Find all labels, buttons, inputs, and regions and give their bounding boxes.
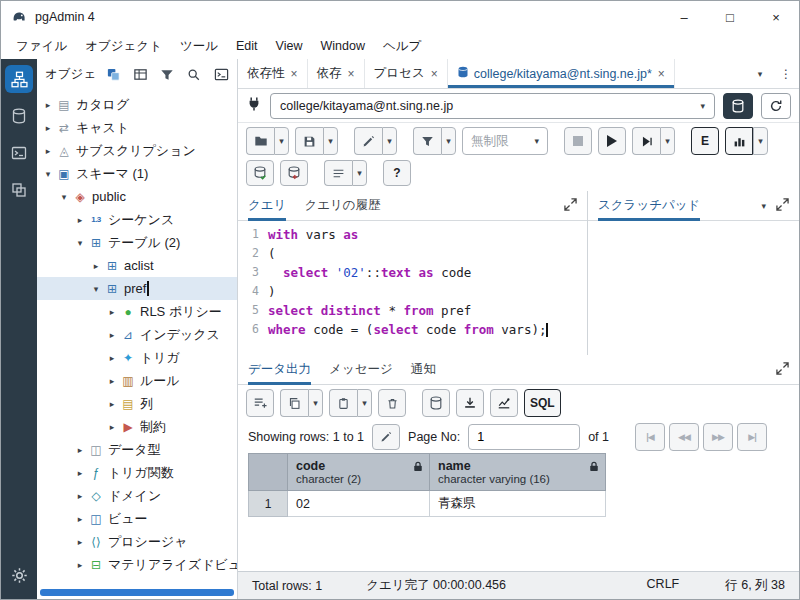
column-header[interactable]: namecharacter varying (16) <box>430 453 606 491</box>
tree-item[interactable]: ▸✦トリガ <box>37 346 237 369</box>
execute-options-menu-button[interactable]: ▾ <box>660 127 675 155</box>
explain-button[interactable]: E <box>691 127 719 155</box>
tree-expand-icon[interactable]: ▸ <box>105 330 119 340</box>
tree-expand-icon[interactable]: ▸ <box>105 376 119 386</box>
last-page-icon[interactable]: ▶| <box>737 423 767 451</box>
paste-menu-button[interactable]: ▾ <box>357 389 372 417</box>
tree-item[interactable]: ▸▶制約 <box>37 415 237 438</box>
tree-item[interactable]: ▸⊞aclist <box>37 254 237 277</box>
help-button[interactable]: ? <box>383 160 411 186</box>
filter-menu-button[interactable]: ▾ <box>441 127 456 155</box>
expand-panel-icon[interactable] <box>564 198 577 214</box>
edit-menu-button[interactable] <box>354 127 382 155</box>
paste-button[interactable] <box>329 389 357 417</box>
tree-item[interactable]: ▾⊞pref <box>37 277 237 300</box>
tree-expand-icon[interactable]: ▸ <box>105 399 119 409</box>
tree-item[interactable]: ▸◇ドメイン <box>37 484 237 507</box>
delete-row-button[interactable] <box>378 389 406 417</box>
sql-button[interactable]: SQL <box>524 389 561 417</box>
copy-button[interactable] <box>280 389 308 417</box>
tree-collapse-icon[interactable]: ▾ <box>89 284 103 294</box>
panel-tab[interactable]: クエリの履歴 <box>304 191 380 221</box>
tree-item[interactable]: ▸▥ルール <box>37 369 237 392</box>
expand-panel-icon[interactable] <box>776 362 789 378</box>
tree-expand-icon[interactable]: ▸ <box>73 491 87 501</box>
new-connection-button[interactable] <box>723 93 753 119</box>
tree-expand-icon[interactable]: ▸ <box>105 422 119 432</box>
tab[interactable]: 依存× <box>308 59 365 88</box>
chart-results-button[interactable] <box>490 389 518 417</box>
close-button[interactable]: × <box>753 1 799 33</box>
page-number-input[interactable] <box>468 424 580 450</box>
save-data-changes-button[interactable] <box>422 389 450 417</box>
close-tab-icon[interactable]: × <box>348 67 355 81</box>
copy-menu-button[interactable]: ▾ <box>308 389 323 417</box>
tree-expand-icon[interactable]: ▸ <box>73 514 87 524</box>
cancel-query-button[interactable] <box>564 127 592 155</box>
menu-item[interactable]: Window <box>311 35 373 57</box>
console-icon[interactable] <box>209 63 233 87</box>
tree-expand-icon[interactable]: ▸ <box>41 123 55 133</box>
connection-status-icon[interactable] <box>246 96 262 115</box>
filter-rows-button[interactable] <box>413 127 441 155</box>
edit-menu-dropdown-button[interactable]: ▾ <box>382 127 397 155</box>
next-page-icon[interactable]: ▶▶ <box>703 423 733 451</box>
tree-expand-icon[interactable]: ▸ <box>105 307 119 317</box>
tree-expand-icon[interactable]: ▸ <box>41 100 55 110</box>
tree-horizontal-scrollbar[interactable] <box>40 589 234 596</box>
tree-item[interactable]: ▾▣スキーマ (1) <box>37 162 237 185</box>
tree-expand-icon[interactable]: ▸ <box>89 261 103 271</box>
tree-item[interactable]: ▸◫ビュー <box>37 507 237 530</box>
tree-expand-icon[interactable]: ▸ <box>73 468 87 478</box>
psql-terminal-icon[interactable] <box>5 139 33 167</box>
query-tool-icon[interactable] <box>5 102 33 130</box>
panel-tab[interactable]: クエリ <box>248 191 286 221</box>
expand-panel-icon[interactable] <box>776 198 789 214</box>
first-page-icon[interactable]: |◀ <box>635 423 665 451</box>
commit-button[interactable] <box>246 160 274 186</box>
tree-collapse-icon[interactable]: ▾ <box>57 192 71 202</box>
open-file-menu-button[interactable]: ▾ <box>274 127 289 155</box>
tree-item[interactable]: ▸⇄キャスト <box>37 116 237 139</box>
tree-item[interactable]: ▸▤カタログ <box>37 93 237 116</box>
reset-layout-button[interactable] <box>761 93 791 119</box>
settings-gear-icon[interactable] <box>5 561 33 589</box>
tree-item[interactable]: ▸◬サブスクリプション <box>37 139 237 162</box>
download-results-button[interactable] <box>456 389 484 417</box>
scratch-pad-editor[interactable] <box>588 221 799 355</box>
rollback-button[interactable] <box>280 160 308 186</box>
tab[interactable]: 依存性× <box>238 59 308 88</box>
add-row-button[interactable] <box>246 389 274 417</box>
connection-select[interactable]: college/kitayama@nt.sing.ne.jp ▾ <box>270 93 715 119</box>
tree-expand-icon[interactable]: ▸ <box>73 445 87 455</box>
close-tab-icon[interactable]: × <box>431 67 438 81</box>
tab[interactable]: college/kitayama@nt.sing.ne.jp*× <box>448 59 675 88</box>
tree-item[interactable]: ▸⊿インデックス <box>37 323 237 346</box>
macros-menu-button[interactable]: ▾ <box>352 160 367 186</box>
tree-expand-icon[interactable]: ▸ <box>73 215 87 225</box>
tree-item[interactable]: ▸▤列 <box>37 392 237 415</box>
collection-icon[interactable] <box>101 63 125 87</box>
tree-item[interactable]: ▸⟨⟩プロシージャ <box>37 530 237 553</box>
execute-button[interactable] <box>598 127 626 155</box>
sql-editor[interactable]: 1with vars as2(3 select '02'::text as co… <box>238 221 587 355</box>
tab[interactable]: プロセス× <box>365 59 448 88</box>
tree-collapse-icon[interactable]: ▾ <box>41 169 55 179</box>
data-cell[interactable]: 02 <box>288 491 430 517</box>
tree-item[interactable]: ▾⊞テーブル (2) <box>37 231 237 254</box>
tab-list-dropdown-icon[interactable]: ▾ <box>747 59 773 88</box>
scratch-pad-tab[interactable]: スクラッチパッド <box>598 191 700 221</box>
search-icon[interactable] <box>182 63 206 87</box>
panel-tab[interactable]: メッセージ <box>329 355 393 385</box>
tree-expand-icon[interactable]: ▸ <box>73 560 87 570</box>
tree-item[interactable]: ▸◫データ型 <box>37 438 237 461</box>
edit-rows-button[interactable] <box>372 424 400 450</box>
graph-visualiser-menu-button[interactable]: ▾ <box>753 127 768 155</box>
macros-button[interactable] <box>324 160 352 186</box>
menu-item[interactable]: ツール <box>171 34 227 59</box>
tree-item[interactable]: ▾◈public <box>37 185 237 208</box>
menu-item[interactable]: ファイル <box>7 34 76 59</box>
menu-item[interactable]: View <box>267 35 312 57</box>
save-file-menu-button[interactable]: ▾ <box>323 127 338 155</box>
save-file-button[interactable] <box>295 127 323 155</box>
